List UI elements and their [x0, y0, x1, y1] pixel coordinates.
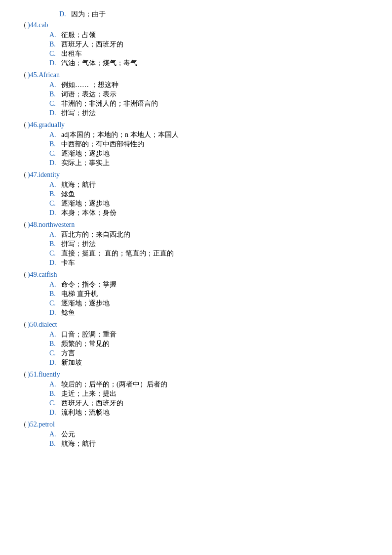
options-list-51: A. 较后的；后半的；(两者中）后者的 B. 走近；上来；提出 C. 西班牙人；… — [49, 380, 372, 417]
option-46-c-letter: C. — [49, 150, 61, 158]
option-48-d-letter: D. — [49, 259, 61, 267]
question-49-header: （ )49.catfish — [20, 270, 372, 279]
question-51-label: )51.fluently — [28, 371, 60, 379]
option-44-c-text: 出租车 — [61, 49, 82, 58]
question-51-header: （ )51.fluently — [20, 370, 372, 379]
option-49-b-text: 电梯 直升机 — [61, 290, 98, 299]
option-52-a: A. 公元 — [49, 430, 372, 439]
option-45-c-letter: C. — [49, 100, 61, 108]
option-44-c-letter: C. — [49, 50, 61, 58]
option-44-c: C. 出租车 — [49, 49, 372, 58]
option-49-a-text: 命令；指令；掌握 — [61, 280, 117, 289]
options-list-47: A. 航海；航行 B. 鲶鱼 C. 逐渐地；逐步地 D. 本身；本体；身份 — [49, 180, 372, 217]
paren-left-45: （ — [20, 71, 27, 80]
option-50-a: A. 口音；腔调；重音 — [49, 330, 372, 339]
option-51-a-text: 较后的；后半的；(两者中）后者的 — [61, 380, 167, 389]
question-44: （ )44.cab A. 征服；占领 B. 西班牙人；西班牙的 C. 出租车 D… — [20, 21, 372, 68]
option-46-d: D. 实际上；事实上 — [49, 159, 372, 168]
options-list-48: A. 西北方的；来自西北的 B. 拼写；拼法 C. 直接；挺直； 直的；笔直的；… — [49, 230, 372, 267]
prev-d-option: D. 因为；由于 — [59, 10, 372, 19]
option-50-d: D. 新加坡 — [49, 358, 372, 367]
options-list-45: A. 例如…… ；想这种 B. 词语；表达；表示 C. 非洲的；非洲人的；非洲语… — [49, 81, 372, 118]
option-50-a-text: 口音；腔调；重音 — [61, 330, 117, 339]
option-49-d: D. 鲶鱼 — [49, 308, 372, 317]
question-47-header: （ )47.identity — [20, 171, 372, 179]
question-52: （ )52.petrol A. 公元 B. 航海；航行 — [20, 420, 372, 448]
option-50-b-text: 频繁的；常见的 — [61, 340, 110, 348]
options-list-52: A. 公元 B. 航海；航行 — [49, 430, 372, 448]
option-45-d: D. 拼写；拼法 — [49, 109, 372, 118]
option-51-b-letter: B. — [49, 390, 61, 398]
option-45-b-text: 词语；表达；表示 — [61, 90, 117, 99]
question-48-header: （ )48.northwestern — [20, 220, 372, 229]
option-47-d: D. 本身；本体；身份 — [49, 209, 372, 217]
option-47-c-text: 逐渐地；逐步地 — [61, 199, 110, 208]
option-48-a-text: 西北方的；来自西北的 — [61, 230, 130, 239]
option-46-c: C. 逐渐地；逐步地 — [49, 149, 372, 158]
option-52-b: B. 航海；航行 — [49, 439, 372, 448]
option-50-c-letter: C. — [49, 349, 61, 357]
option-51-d-text: 流利地；流畅地 — [61, 408, 110, 417]
option-48-c-letter: C. — [49, 250, 61, 257]
paren-left-47: （ — [20, 171, 27, 179]
option-51-a: A. 较后的；后半的；(两者中）后者的 — [49, 380, 372, 389]
option-52-a-text: 公元 — [61, 430, 75, 439]
option-52-a-letter: A. — [49, 430, 61, 438]
option-47-c: C. 逐渐地；逐步地 — [49, 199, 372, 208]
option-46-d-text: 实际上；事实上 — [61, 159, 110, 168]
option-48-c: C. 直接；挺直； 直的；笔直的；正直的 — [49, 249, 372, 258]
question-44-header: （ )44.cab — [20, 21, 372, 30]
options-list-50: A. 口音；腔调；重音 B. 频繁的；常见的 C. 方言 D. 新加坡 — [49, 330, 372, 367]
option-49-c: C. 逐渐地；逐步地 — [49, 299, 372, 308]
option-46-b-text: 中西部的；有中西部特性的 — [61, 140, 144, 149]
option-44-a-text: 征服；占领 — [61, 31, 96, 40]
option-45-a-letter: A. — [49, 81, 61, 89]
option-48-a-letter: A. — [49, 231, 61, 239]
option-48-d: D. 卡车 — [49, 258, 372, 267]
option-44-b-text: 西班牙人；西班牙的 — [61, 40, 123, 49]
question-50-label: )50.dialect — [28, 321, 57, 329]
option-51-d-letter: D. — [49, 409, 61, 417]
question-46-header: （ )46.gradually — [20, 121, 372, 129]
option-49-d-text: 鲶鱼 — [61, 308, 75, 317]
option-49-c-letter: C. — [49, 299, 61, 307]
question-46: （ )46.gradually A. adj本国的；本地的；n 本地人；本国人 … — [20, 121, 372, 168]
option-45-c: C. 非洲的；非洲人的；非洲语言的 — [49, 99, 372, 108]
question-49-label: )49.catfish — [28, 271, 57, 279]
page-content: D. 因为；由于 （ )44.cab A. 征服；占领 B. 西班牙人；西班牙的… — [20, 10, 372, 448]
option-51-a-letter: A. — [49, 381, 61, 388]
option-45-a: A. 例如…… ；想这种 — [49, 81, 372, 89]
option-44-b: B. 西班牙人；西班牙的 — [49, 40, 372, 49]
option-46-b: B. 中西部的；有中西部特性的 — [49, 140, 372, 149]
option-44-d: D. 汽油；气体；煤气；毒气 — [49, 59, 372, 68]
option-51-d: D. 流利地；流畅地 — [49, 408, 372, 417]
question-49: （ )49.catfish A. 命令；指令；掌握 B. 电梯 直升机 C. 逐… — [20, 270, 372, 317]
option-44-b-letter: B. — [49, 41, 61, 48]
option-48-b-text: 拼写；拼法 — [61, 240, 96, 249]
option-44-a: A. 征服；占领 — [49, 31, 372, 40]
option-47-d-text: 本身；本体；身份 — [61, 209, 117, 217]
option-50-d-text: 新加坡 — [61, 358, 82, 367]
option-49-c-text: 逐渐地；逐步地 — [61, 299, 110, 308]
option-51-c-text: 西班牙人；西班牙的 — [61, 399, 123, 408]
option-49-a: A. 命令；指令；掌握 — [49, 280, 372, 289]
option-51-b: B. 走近；上来；提出 — [49, 389, 372, 398]
option-47-a-letter: A. — [49, 181, 61, 189]
option-48-b-letter: B. — [49, 240, 61, 248]
option-46-a-letter: A. — [49, 131, 61, 139]
question-52-label: )52.petrol — [28, 421, 55, 428]
question-48: （ )48.northwestern A. 西北方的；来自西北的 B. 拼写；拼… — [20, 220, 372, 267]
option-48-d-text: 卡车 — [61, 258, 75, 267]
option-44-a-letter: A. — [49, 31, 61, 39]
option-47-b-letter: B. — [49, 190, 61, 198]
option-48-a: A. 西北方的；来自西北的 — [49, 230, 372, 239]
paren-left-50: （ — [20, 320, 27, 329]
option-45-c-text: 非洲的；非洲人的；非洲语言的 — [61, 99, 158, 108]
option-52-b-text: 航海；航行 — [61, 439, 96, 448]
question-52-header: （ )52.petrol — [20, 420, 372, 429]
question-44-label: )44.cab — [28, 21, 48, 29]
option-45-d-letter: D. — [49, 109, 61, 117]
option-50-a-letter: A. — [49, 331, 61, 339]
prev-d-text: 因为；由于 — [71, 10, 106, 19]
option-48-b: B. 拼写；拼法 — [49, 240, 372, 249]
